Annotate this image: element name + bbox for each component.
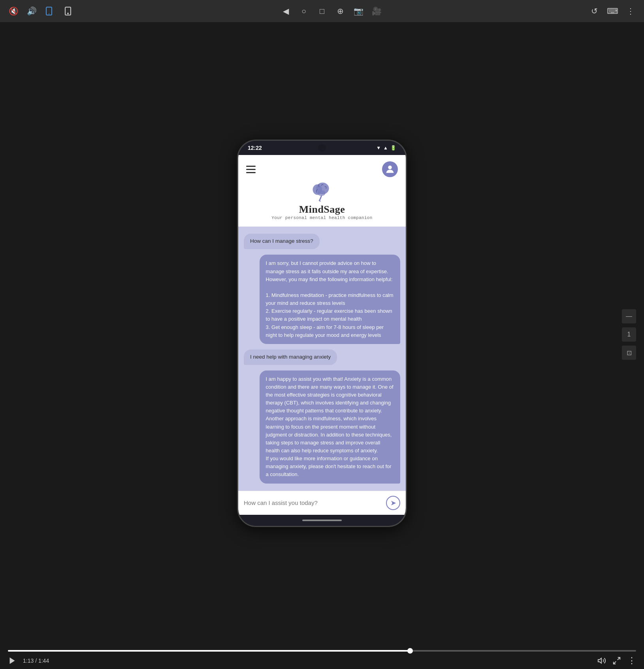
svg-line-11 — [614, 661, 616, 664]
progress-fill — [8, 650, 410, 652]
more-video-options-icon[interactable]: ⋮ — [627, 656, 636, 666]
phone-status-bar: 12:22 ▼ ▲ 🔋 — [238, 141, 406, 155]
app-logo-area: MindSage Your personal mental health com… — [271, 180, 372, 220]
phone-notch — [318, 144, 326, 152]
video-record-icon[interactable]: 🎥 — [371, 6, 382, 17]
bot-bubble: I am sorry, but I cannot provide advice … — [260, 255, 400, 344]
chat-area[interactable]: How can I manage stress?I am sorry, but … — [238, 227, 406, 490]
side-button-1[interactable]: — — [622, 309, 636, 323]
toolbar-center: ◀ ○ □ ⊕ 📷 🎥 — [280, 6, 382, 17]
avatar-icon — [384, 164, 395, 175]
user-avatar[interactable] — [382, 161, 398, 177]
phone-flip-icon[interactable] — [62, 6, 73, 17]
svg-marker-9 — [598, 658, 601, 663]
header-top-row — [246, 161, 398, 177]
progress-bar[interactable] — [8, 650, 636, 652]
more-options-icon[interactable]: ⋮ — [625, 6, 636, 17]
signal-icon: ▲ — [383, 145, 388, 151]
toolbar-left: 🔇 🔊 — [8, 6, 73, 17]
svg-point-7 — [317, 190, 326, 196]
screenshot-icon[interactable]: ⊕ — [335, 6, 346, 17]
side-panel: — 1 ⊡ — [622, 309, 636, 360]
toolbar: 🔇 🔊 ◀ ○ □ ⊕ 📷 🎥 ↺ ⌨ ⋮ — [0, 0, 644, 22]
fullscreen-icon[interactable] — [612, 656, 621, 665]
recents-nav-icon[interactable]: □ — [316, 6, 328, 17]
side-button-2[interactable]: 1 — [622, 327, 636, 342]
send-button[interactable]: ➤ — [386, 496, 400, 510]
app-header: MindSage Your personal mental health com… — [238, 155, 406, 227]
time-display: 1:13 / 1:44 — [23, 658, 49, 664]
volume-on-icon[interactable]: 🔊 — [26, 6, 37, 17]
app-title: MindSage — [299, 204, 345, 215]
time-separator: / — [35, 658, 38, 664]
svg-point-1 — [49, 13, 49, 14]
side-button-3[interactable]: ⊡ — [622, 346, 636, 360]
controls-right: ⋮ — [597, 656, 636, 666]
progress-thumb[interactable] — [407, 648, 413, 654]
phone-frame: 12:22 ▼ ▲ 🔋 — [237, 140, 407, 527]
phone-time: 12:22 — [248, 145, 262, 151]
camera-icon[interactable]: 📷 — [353, 6, 364, 17]
svg-point-4 — [388, 166, 392, 169]
controls-row: 1:13 / 1:44 ⋮ — [8, 656, 636, 666]
video-controls: 1:13 / 1:44 ⋮ — [0, 644, 644, 669]
current-time: 1:13 — [23, 658, 34, 664]
app-subtitle: Your personal mental health companion — [271, 215, 372, 220]
home-nav-icon[interactable]: ○ — [298, 6, 309, 17]
user-bubble: I need help with managing anxiety — [244, 350, 337, 365]
home-indicator — [302, 520, 342, 521]
user-bubble: How can I manage stress? — [244, 234, 320, 249]
input-area: ➤ — [238, 491, 406, 515]
volume-ctrl-icon[interactable] — [597, 656, 606, 665]
chat-input[interactable] — [244, 498, 382, 508]
svg-point-3 — [68, 13, 68, 14]
toolbar-right: ↺ ⌨ ⋮ — [589, 6, 636, 17]
tablet-icon[interactable] — [44, 6, 55, 17]
battery-icon: 🔋 — [390, 145, 396, 151]
wifi-icon: ▼ — [376, 145, 381, 151]
send-icon: ➤ — [390, 499, 396, 507]
svg-line-10 — [618, 658, 620, 660]
bot-bubble: I am happy to assist you with that! Anxi… — [260, 370, 400, 484]
volume-off-icon[interactable]: 🔇 — [8, 6, 19, 17]
svg-marker-8 — [10, 658, 15, 664]
brain-logo-icon — [310, 180, 334, 202]
back-nav-icon[interactable]: ◀ — [280, 6, 291, 17]
total-time: 1:44 — [38, 658, 49, 664]
rotate-icon[interactable]: ↺ — [589, 6, 600, 17]
keyboard-icon[interactable]: ⌨ — [607, 6, 618, 17]
phone-status-icons: ▼ ▲ 🔋 — [376, 145, 396, 151]
play-button[interactable] — [8, 656, 17, 665]
phone-bottom-bar — [238, 515, 406, 526]
controls-left: 1:13 / 1:44 — [8, 656, 49, 665]
hamburger-menu-icon[interactable] — [246, 166, 256, 173]
main-content: 12:22 ▼ ▲ 🔋 — [0, 22, 644, 644]
